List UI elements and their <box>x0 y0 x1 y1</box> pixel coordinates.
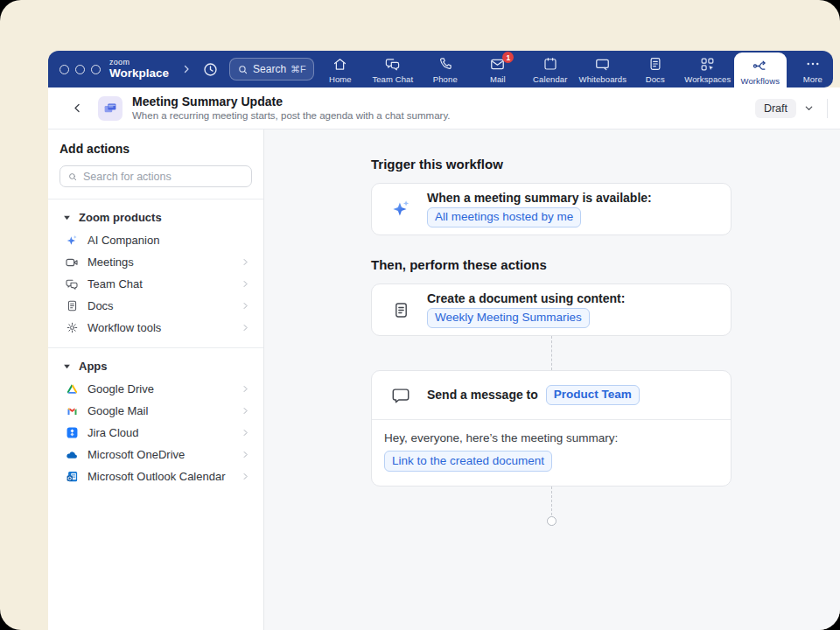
create-doc-lines: Create a document using content: Weekly … <box>427 291 625 329</box>
sidebar-item-google-mail[interactable]: Google Mail <box>60 400 252 422</box>
workflow-header: Meeting Summary Update When a recurring … <box>48 88 840 130</box>
search-input[interactable] <box>83 171 244 183</box>
chevron-right-icon[interactable] <box>181 64 192 74</box>
nav-tab-more[interactable]: More <box>787 51 833 88</box>
window-minimize-button[interactable] <box>75 65 85 74</box>
nav-tab-calendar[interactable]: Calendar <box>524 51 577 88</box>
sidebar-item-google-drive[interactable]: Google Drive <box>60 378 252 400</box>
window-close-button[interactable] <box>60 65 69 74</box>
nav-tab-team-chat[interactable]: Team Chat <box>367 51 419 88</box>
send-message-card[interactable]: Send a message to Product Team Hey, ever… <box>371 370 732 486</box>
sidebar-item-meetings[interactable]: Meetings <box>60 251 252 273</box>
header-right: Draft <box>755 99 828 118</box>
whiteboard-icon <box>594 55 611 73</box>
sidebar-divider <box>48 347 263 348</box>
send-message-row: Send a message to Product Team <box>372 371 731 420</box>
header-divider <box>827 99 828 118</box>
workflow-title: Meeting Summary Update <box>132 95 451 108</box>
logo-text-bold: Workplace <box>109 67 169 80</box>
search-label: Search <box>253 63 286 75</box>
nav-tab-whiteboards[interactable]: Whiteboards <box>577 51 629 88</box>
workflow-title-block: Meeting Summary Update When a recurring … <box>132 95 451 121</box>
app-window: zoom Workplace Search ⌘F <box>48 51 840 630</box>
nav-tab-phone[interactable]: Phone <box>419 51 472 88</box>
chat-bubble-icon <box>389 386 412 405</box>
chevron-right-icon <box>241 323 250 332</box>
chevron-right-icon <box>241 450 250 459</box>
actions-search <box>60 165 252 187</box>
search-icon <box>67 172 78 182</box>
window-controls <box>60 65 101 74</box>
nav-tab-workflows[interactable]: Workflows <box>734 52 787 88</box>
calendar-icon <box>542 55 558 73</box>
sidebar-item-microsoft-onedrive[interactable]: Microsoft OneDrive <box>60 444 252 466</box>
trigger-text: When a meeting summary is available: <box>427 191 652 205</box>
workflows-icon <box>752 57 768 74</box>
docs-icon <box>648 55 663 73</box>
sidebar-item-microsoft-outlook-calendar[interactable]: Microsoft Outlook Calendar <box>60 466 252 487</box>
nav-tab-home[interactable]: Home <box>314 51 367 88</box>
back-icon[interactable] <box>67 98 88 118</box>
trigger-scope-chip[interactable]: All meetings hosted by me <box>427 207 581 228</box>
top-navbar: zoom Workplace Search ⌘F <box>48 51 833 88</box>
nav-tab-workspaces[interactable]: Workspaces <box>682 51 734 88</box>
global-search[interactable]: Search ⌘F <box>229 58 314 80</box>
sidebar-item-workflow-tools[interactable]: Workflow tools <box>60 317 252 339</box>
send-message-text: Send a message to <box>427 388 538 402</box>
chevron-right-icon <box>241 257 250 267</box>
search-shortcut: ⌘F <box>290 64 306 75</box>
chevron-right-icon <box>241 279 250 289</box>
sidebar-item-jira-cloud[interactable]: Jira Cloud <box>60 422 252 444</box>
section-zoom-products[interactable]: Zoom products <box>63 211 252 224</box>
triangle-down-icon <box>63 214 71 221</box>
gear-icon <box>65 321 79 335</box>
history-clock-icon[interactable] <box>202 61 219 78</box>
more-dots-icon <box>805 55 821 73</box>
document-link-chip[interactable]: Link to the created document <box>384 451 552 472</box>
mail-icon: 1 <box>489 55 506 73</box>
nav-tab-mail[interactable]: 1 Mail <box>472 51 524 88</box>
chevron-down-icon[interactable] <box>803 102 815 114</box>
meetings-icon <box>65 256 79 270</box>
workflow-canvas: Trigger this workflow When a meeting sum… <box>264 130 840 630</box>
workflow-flow: Trigger this workflow When a meeting sum… <box>371 157 732 526</box>
message-body: Hey, everyone, here’s the meeting summar… <box>372 420 731 486</box>
nav-tab-docs[interactable]: Docs <box>629 51 682 88</box>
section-apps[interactable]: Apps <box>63 360 252 373</box>
home-icon <box>332 55 348 73</box>
status-badge: Draft <box>755 99 796 118</box>
outlook-calendar-icon <box>65 470 79 484</box>
window-zoom-button[interactable] <box>91 65 101 74</box>
actions-sidebar: Add actions Zoom products AI Com <box>48 130 264 630</box>
sidebar-item-ai-companion[interactable]: AI Companion <box>60 229 252 251</box>
trigger-card[interactable]: When a meeting summary is available: All… <box>371 183 732 235</box>
onedrive-icon <box>65 448 79 462</box>
sidebar-item-docs[interactable]: Docs <box>60 295 252 317</box>
create-document-card[interactable]: Create a document using content: Weekly … <box>371 284 732 336</box>
chevron-right-icon <box>241 384 250 394</box>
jira-icon <box>65 426 79 440</box>
workflow-thumbnail-icon <box>98 96 122 121</box>
navbar-tabs: Home Team Chat Phone <box>314 51 833 88</box>
search-icon <box>237 64 248 75</box>
flow-end-node[interactable] <box>547 516 556 526</box>
chevron-right-icon <box>241 301 250 311</box>
sidebar-title: Add actions <box>60 142 252 156</box>
trigger-card-lines: When a meeting summary is available: All… <box>427 191 652 228</box>
doc-content-chip[interactable]: Weekly Meeting Summaries <box>427 308 590 329</box>
recipient-chip[interactable]: Product Team <box>546 385 640 406</box>
body-row: Add actions Zoom products AI Com <box>48 130 840 630</box>
spacer <box>371 235 732 257</box>
send-message-line: Send a message to Product Team <box>427 385 640 406</box>
sidebar-divider <box>48 199 263 200</box>
create-doc-text: Create a document using content: <box>427 291 625 305</box>
team-chat-icon <box>384 55 401 73</box>
message-text: Hey, everyone, here’s the meeting summar… <box>384 431 718 444</box>
actions-heading: Then, perform these actions <box>371 257 732 272</box>
docs-icon <box>65 299 79 313</box>
trigger-heading: Trigger this workflow <box>371 157 732 172</box>
sidebar-item-team-chat[interactable]: Team Chat <box>60 273 252 295</box>
phone-icon <box>438 55 453 73</box>
zoom-workplace-logo: zoom Workplace <box>109 59 169 80</box>
connector-line <box>551 336 552 370</box>
